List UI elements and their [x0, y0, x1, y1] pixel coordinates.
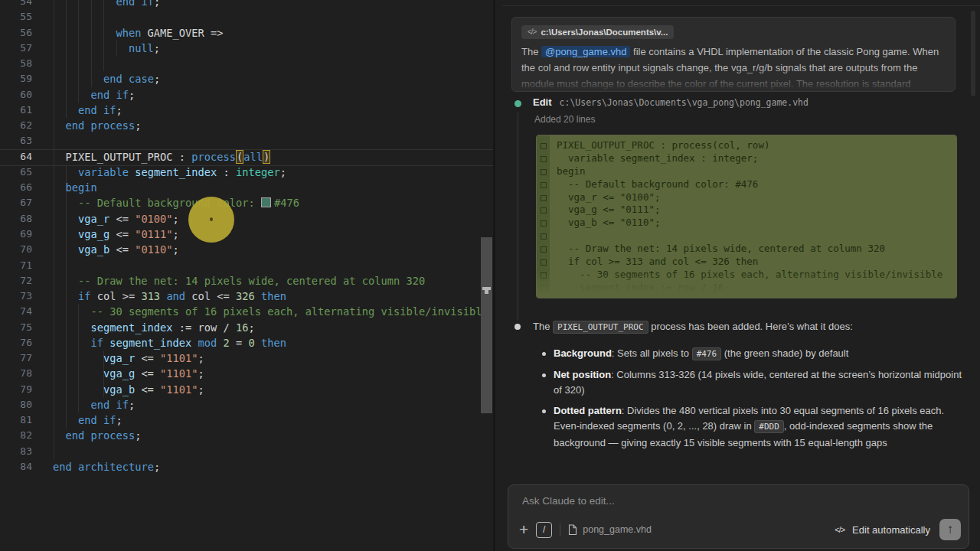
- editor-lines: 54 end if;5556 when GAME_OVER =>57 null;…: [0, 0, 493, 474]
- bullet-dot: [542, 352, 546, 356]
- line-number: 72: [0, 273, 32, 289]
- context-file-badge[interactable]: </> c:\Users\Jonas\Documents\v...: [521, 25, 674, 39]
- code-text: if col >= 313 and col <= 326 then: [53, 289, 286, 304]
- attached-file[interactable]: pong_game.vhd: [568, 524, 652, 536]
- chat-composer[interactable]: Ask Claude to edit... + / pong_game.vhd …: [508, 484, 969, 549]
- line-number: 77: [0, 350, 32, 366]
- code-line[interactable]: 60 end if;: [0, 87, 493, 103]
- code-line[interactable]: 59 end case;: [0, 71, 493, 86]
- line-number: 75: [0, 320, 32, 335]
- edit-step-file-path: c:\Users\Jonas\Documents\vga_pong\pong_g…: [560, 97, 808, 108]
- line-number: 58: [0, 56, 32, 71]
- editor-scrollbar[interactable]: [481, 237, 492, 413]
- edit-mode-selector[interactable]: Edit automatically: [852, 524, 930, 536]
- line-number: 83: [0, 444, 32, 459]
- diff-add-icon: [541, 182, 547, 188]
- code-text: variable segment_index : integer;: [53, 165, 286, 180]
- send-button[interactable]: ↑: [939, 519, 961, 540]
- edit-step-label: Edit: [533, 96, 552, 108]
- code-line[interactable]: 70 vga_b <= "0110";: [0, 242, 493, 257]
- code-line[interactable]: 68 vga_r <= "0100";: [0, 211, 493, 227]
- code-line[interactable]: 55: [0, 9, 493, 24]
- chat-scrollbar[interactable]: [971, 11, 975, 96]
- panel-divider[interactable]: [493, 0, 495, 551]
- code-text: end if;: [53, 87, 135, 103]
- code-line[interactable]: 78 vga_g <= "1101";: [0, 366, 493, 381]
- slash-command-button[interactable]: /: [536, 522, 552, 538]
- code-text: -- 30 segments of 16 pixels each, altern…: [53, 304, 488, 319]
- line-number: 55: [0, 9, 32, 24]
- diff-add-icon: [541, 169, 547, 175]
- mouse-pointer-dot: [210, 217, 213, 221]
- line-number: 78: [0, 366, 32, 381]
- summary-bullet-dot: [514, 324, 521, 330]
- code-line[interactable]: 80 end if;: [0, 397, 493, 412]
- code-line[interactable]: 67 -- Default background color: #476: [0, 195, 493, 210]
- code-line[interactable]: 76 if segment_index mod 2 = 0 then: [0, 335, 493, 350]
- code-line[interactable]: 72 -- Draw the net: 14 pixels wide, cent…: [0, 273, 493, 289]
- mouse-click-highlight: [188, 197, 234, 243]
- line-number: 60: [0, 87, 32, 103]
- code-line[interactable]: 69 vga_g <= "0111";: [0, 227, 493, 242]
- code-line[interactable]: 71: [0, 258, 493, 273]
- scrollbar-marker: [485, 290, 488, 294]
- composer-toolbar: + / pong_game.vhd </> Edit automatically…: [519, 518, 961, 541]
- diff-added-line: vga_r <= "0100";: [537, 191, 956, 204]
- diff-code-block[interactable]: PIXEL_OUTPUT_PROC : process(col, row) va…: [536, 135, 957, 298]
- diff-added-line: -- Default background color: #476: [537, 178, 956, 191]
- code-line[interactable]: 58: [0, 56, 493, 71]
- explanation-bullet: Background: Sets all pixels to #476 (the…: [541, 346, 963, 363]
- explanation-bullet: Dotted pattern: Divides the 480 vertical…: [541, 403, 963, 452]
- code-text: if segment_index mod 2 = 0 then: [53, 335, 286, 350]
- bold-text: Background: [554, 347, 612, 359]
- line-number: 69: [0, 227, 32, 242]
- code-line[interactable]: 66 begin: [0, 180, 493, 195]
- code-line[interactable]: 56 when GAME_OVER =>: [0, 25, 493, 41]
- code-line[interactable]: 83: [0, 444, 493, 459]
- code-text: -- Default background color: #476: [53, 195, 299, 210]
- context-file-path: c:\Users\Jonas\Documents\v...: [541, 28, 668, 37]
- line-number: 80: [0, 397, 32, 412]
- code-line[interactable]: 65 variable segment_index : integer;: [0, 165, 493, 180]
- code-line[interactable]: 61 end if;: [0, 103, 493, 118]
- toolbar-separator: [560, 523, 560, 536]
- composer-input[interactable]: Ask Claude to edit...: [522, 495, 615, 507]
- diff-add-icon: [541, 195, 547, 201]
- code-text: segment_index := row / 16;: [53, 320, 255, 335]
- code-line[interactable]: 75 segment_index := row / 16;: [0, 320, 493, 335]
- code-editor[interactable]: 54 end if;5556 when GAME_OVER =>57 null;…: [0, 0, 493, 551]
- code-line[interactable]: 81 end if;: [0, 412, 493, 428]
- code-line[interactable]: 82 end process;: [0, 428, 493, 443]
- code-line[interactable]: 84end architecture;: [0, 459, 493, 474]
- color-swatch[interactable]: [261, 197, 271, 207]
- file-mention[interactable]: @pong_game.vhd: [541, 46, 630, 57]
- edit-step-header[interactable]: Edit c:\Users\Jonas\Documents\vga_pong\p…: [533, 96, 808, 108]
- line-number: 82: [0, 428, 32, 443]
- line-number: 63: [0, 133, 32, 148]
- diff-add-icon: [541, 207, 547, 214]
- explanation-bullet-list: Background: Sets all pixels to #476 (the…: [541, 346, 963, 455]
- code-line[interactable]: 64 PIXEL_OUTPUT_PROC : process(all): [0, 149, 493, 165]
- code-text: vga_b <= "0110";: [53, 242, 179, 257]
- diff-add-icon: [541, 246, 547, 253]
- code-text: vga_b <= "1101";: [53, 382, 204, 397]
- code-line[interactable]: 62 end process;: [0, 118, 493, 133]
- code-line[interactable]: 79 vga_b <= "1101";: [0, 382, 493, 397]
- edit-mode-icon: </>: [835, 525, 844, 534]
- code-line[interactable]: 74 -- 30 segments of 16 pixels each, alt…: [0, 304, 493, 319]
- line-number: 61: [0, 103, 32, 118]
- bold-text: Net position: [554, 369, 611, 380]
- code-line[interactable]: 54 end if;: [0, 0, 493, 9]
- line-number: 70: [0, 242, 32, 257]
- add-context-button[interactable]: +: [519, 522, 528, 537]
- code-line[interactable]: 63: [0, 133, 493, 148]
- code-text: begin: [53, 180, 97, 195]
- code-line[interactable]: 73 if col >= 313 and col <= 326 then: [0, 289, 493, 304]
- diff-added-line: variable segment_index : integer;: [537, 152, 956, 165]
- code-line[interactable]: 77 vga_r <= "1101";: [0, 350, 493, 366]
- bullet-dot: [542, 373, 546, 377]
- user-message-card: </> c:\Users\Jonas\Documents\v... The @p…: [511, 17, 956, 92]
- code-text: vga_r <= "1101";: [53, 350, 204, 366]
- code-line[interactable]: 57 null;: [0, 41, 493, 56]
- code-text: when GAME_OVER =>: [53, 25, 224, 41]
